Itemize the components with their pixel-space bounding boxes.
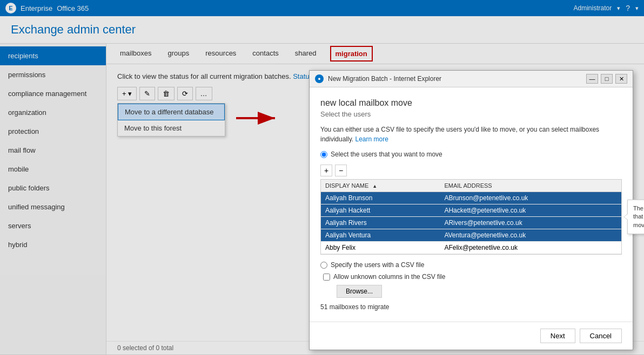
table-row[interactable]: Aaliyah Rivers ARivers@petenetlive.co.uk	[321, 217, 621, 229]
next-button[interactable]: Next	[540, 329, 575, 343]
modal-controls: — □ ✕	[586, 74, 627, 84]
modal-footer: Next Cancel	[310, 322, 633, 350]
csv-checkbox[interactable]	[323, 274, 330, 281]
user-name: Aaliyah Rivers	[321, 217, 440, 229]
user-email: ABrunson@petenetlive.co.uk	[440, 192, 621, 204]
modal-maximize-button[interactable]: □	[601, 74, 613, 84]
modal-minimize-button[interactable]: —	[586, 74, 598, 84]
user-name: Aaliyah Hackett	[321, 204, 440, 217]
user-table-wrapper: DISPLAY NAME ▲ EMAIL ADDRESS Aaliyah Bru…	[320, 179, 622, 255]
user-email: AVentura@petenetlive.co.uk	[440, 229, 621, 242]
csv-checkbox-label[interactable]: Allow unknown columns in the CSV file	[320, 273, 622, 281]
modal-window: ● New Migration Batch - Internet Explore…	[309, 70, 633, 350]
csv-radio-label[interactable]: Specify the users with a CSV file	[320, 261, 622, 269]
modal-description: You can either use a CSV file to specify…	[320, 125, 622, 144]
col-display-name: DISPLAY NAME ▲	[321, 180, 440, 192]
modal-close-button[interactable]: ✕	[615, 74, 627, 84]
user-email: ARivers@petenetlive.co.uk	[440, 217, 621, 229]
user-list-controls: + −	[320, 165, 622, 176]
modal-overlay: ● New Migration Batch - Internet Explore…	[0, 0, 644, 355]
radio-select-users-label[interactable]: Select the users that you want to move	[320, 151, 622, 158]
user-table: DISPLAY NAME ▲ EMAIL ADDRESS Aaliyah Bru…	[321, 180, 621, 254]
modal-title-left: ● New Migration Batch - Internet Explore…	[315, 74, 441, 83]
user-table-container: DISPLAY NAME ▲ EMAIL ADDRESS Aaliyah Bru…	[320, 179, 622, 255]
modal-titlebar: ● New Migration Batch - Internet Explore…	[310, 71, 633, 87]
add-user-button[interactable]: +	[320, 165, 332, 176]
modal-section-sub: Select the users	[320, 110, 622, 118]
remove-user-button[interactable]: −	[335, 165, 347, 176]
col-email-address: EMAIL ADDRESS	[440, 180, 621, 192]
modal-title-text: New Migration Batch - Internet Explorer	[328, 75, 441, 83]
mailbox-count: 51 mailboxes to migrate	[320, 303, 622, 311]
user-email: AFelix@petenetlive.co.uk	[440, 242, 621, 254]
modal-section-title: new local mailbox move	[320, 98, 622, 108]
modal-body: new local mailbox move Select the users …	[310, 87, 633, 322]
tooltip-callout: The selected users that you want to move…	[627, 200, 644, 234]
browse-button[interactable]: Browse...	[337, 285, 382, 298]
user-email: AHackett@petenetlive.co.uk	[440, 204, 621, 217]
table-row[interactable]: Aaliyah Hackett AHackett@petenetlive.co.…	[321, 204, 621, 217]
table-row[interactable]: Abby Felix AFelix@petenetlive.co.uk	[321, 242, 621, 254]
radio-select-users: Select the users that you want to move	[320, 151, 622, 158]
sort-arrow[interactable]: ▲	[372, 183, 377, 189]
user-name: Abby Felix	[321, 242, 440, 254]
modal-icon: ●	[315, 74, 324, 83]
user-name: Aaliyah Brunson	[321, 192, 440, 204]
radio-select-users-input[interactable]	[320, 151, 327, 158]
csv-section: Specify the users with a CSV file Allow …	[320, 261, 622, 298]
cancel-button[interactable]: Cancel	[580, 329, 622, 343]
user-name: Aaliyah Ventura	[321, 229, 440, 242]
table-row[interactable]: Aaliyah Brunson ABrunson@petenetlive.co.…	[321, 192, 621, 204]
table-row[interactable]: Aaliyah Ventura AVentura@petenetlive.co.…	[321, 229, 621, 242]
radio-csv-input[interactable]	[320, 262, 327, 269]
learn-more-link[interactable]: Learn more	[355, 135, 388, 143]
